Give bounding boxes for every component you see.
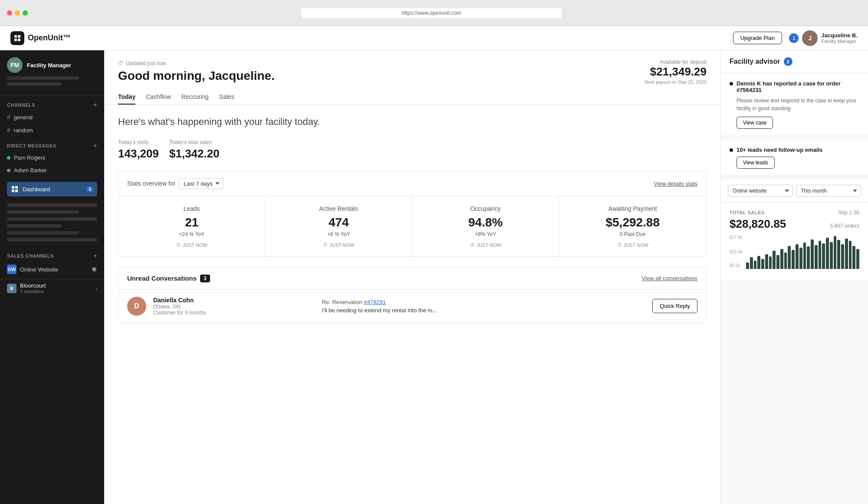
notification-badge[interactable]: 1 xyxy=(789,33,799,43)
sales-channels-label: SALES CHANNELS xyxy=(7,253,54,259)
advisor-header: Facility advisor 2 xyxy=(721,50,868,73)
minimize-dot[interactable] xyxy=(15,10,20,16)
bar-chart xyxy=(746,234,859,269)
reservation-link[interactable]: #478291 xyxy=(364,299,386,305)
view-all-conversations-link[interactable]: View all conversations xyxy=(642,275,697,281)
stats-card-header: Stats overview for Last 7 days View deta… xyxy=(118,171,706,196)
bar xyxy=(754,261,757,269)
conversation-customer: Customer for 9 months xyxy=(153,310,315,316)
rentals-value: 474 xyxy=(274,216,404,229)
add-dm-button[interactable]: + xyxy=(93,142,97,150)
bar xyxy=(849,241,852,269)
stats-period-select[interactable]: Last 7 days xyxy=(179,178,224,189)
tab-today[interactable]: Today xyxy=(118,90,135,105)
close-dot[interactable] xyxy=(7,10,12,16)
dm-section: DIRECT MESSAGES + xyxy=(0,137,104,151)
maximize-dot[interactable] xyxy=(23,10,28,16)
sidebar-user-area: FM Facility Manager xyxy=(0,50,104,96)
view-leads-button[interactable]: View leads xyxy=(736,157,775,169)
advisor-item-title: Dennis K has reported a case for order #… xyxy=(736,80,859,93)
occupancy-label: Occupancy xyxy=(421,205,550,212)
visits-value: 143,209 xyxy=(118,147,159,160)
clock-icon: ⏱ xyxy=(118,60,123,66)
sidebar-item-dashboard[interactable]: Dashboard 5 xyxy=(7,182,97,196)
channel-random-label: random xyxy=(14,127,33,134)
user-area: 1 J Jacqueline B. Facility Manager xyxy=(789,30,858,46)
sales-label: Today's total sales xyxy=(169,139,220,145)
add-sales-channel-button[interactable]: + xyxy=(93,252,97,260)
sidebar-user: FM Facility Manager xyxy=(7,57,97,73)
sidebar-item-pam[interactable]: Pam Rogers xyxy=(0,151,104,164)
view-case-button[interactable]: View case xyxy=(736,117,773,129)
svg-rect-1 xyxy=(18,35,20,38)
bar xyxy=(852,246,855,269)
main-content: ⏱ Updated just now Good morning, Jacquel… xyxy=(104,50,720,504)
payment-change: 0 Past Due xyxy=(568,231,698,237)
skeleton-line xyxy=(7,82,61,86)
bar xyxy=(834,236,837,269)
sidebar-item-adam[interactable]: Adam Barker xyxy=(0,164,104,177)
skeleton-line xyxy=(7,76,79,80)
conversation-preview: I'll be needing to extend my rental into… xyxy=(322,307,645,314)
bar xyxy=(826,238,829,269)
bar xyxy=(841,244,844,269)
svg-rect-0 xyxy=(14,35,17,38)
metric-visits: Today's visits 143,209 xyxy=(118,139,159,160)
dashboard-badge: 5 xyxy=(86,187,94,192)
online-website-icon: OW xyxy=(7,265,16,274)
channels-header: CHANNELS + xyxy=(7,101,97,109)
app-header: OpenUnit™ Upgrade Plan 1 J Jacqueline B.… xyxy=(0,26,868,50)
stat-active-rentals: Active Rentals 474 +8 % YoY ⏱ JUST NOW xyxy=(266,196,413,256)
avatar: J xyxy=(802,30,818,46)
website-filter-select[interactable]: Online website xyxy=(728,185,793,197)
tab-cashflow[interactable]: Cashflow xyxy=(146,90,171,105)
tab-reccuring[interactable]: Reccuring xyxy=(181,90,209,105)
occupancy-time: ⏱ JUST NOW xyxy=(421,242,550,248)
view-details-link[interactable]: View details stats xyxy=(654,180,697,187)
svg-point-8 xyxy=(92,267,96,272)
collapse-icon[interactable]: ‹ xyxy=(95,285,97,291)
bar xyxy=(757,256,760,269)
rentals-label: Active Rentals xyxy=(274,205,404,212)
y-label-mid: $16.5k xyxy=(730,249,743,254)
sales-value: $1,342.20 xyxy=(169,147,220,160)
conversation-info: Daniella Cohn Ottawa, ON Customer for 9 … xyxy=(153,297,315,316)
mac-dots xyxy=(7,10,28,16)
leads-time: ⏱ JUST NOW xyxy=(127,242,256,248)
sidebar-item-general[interactable]: # general xyxy=(0,111,104,124)
deposit-area: Available for deposit $21,349.29 Next pa… xyxy=(645,59,707,85)
sales-channels-section: SALES CHANNELS + xyxy=(0,247,104,262)
quick-reply-button[interactable]: Quick Reply xyxy=(652,299,697,313)
sidebar-item-random[interactable]: # random xyxy=(0,124,104,137)
y-label-low: $5.5k xyxy=(730,263,743,268)
stat-occupancy: Occupancy 94.8% +8% YoY ⏱ JUST NOW xyxy=(412,196,559,256)
sidebar-item-bloorcourt[interactable]: B Bloorcourt 7 members ‹ xyxy=(0,279,104,297)
period-filter-select[interactable]: This month xyxy=(796,185,861,197)
add-channel-button[interactable]: + xyxy=(93,101,97,109)
advisor-dot-2 xyxy=(730,148,733,152)
leads-label: Leads xyxy=(127,205,256,212)
app-logo: OpenUnit™ xyxy=(10,31,71,45)
upgrade-plan-button[interactable]: Upgrade Plan xyxy=(733,32,783,44)
conversations-card: Unread Conversations 3 View all conversa… xyxy=(118,267,707,323)
occupancy-change: +8% YoY xyxy=(421,231,550,237)
stats-grid: Leads 21 +24 % YoY ⏱ JUST NOW Active xyxy=(118,196,706,256)
metric-sales: Today's total sales $1,342.20 xyxy=(169,139,220,160)
address-bar[interactable]: https://www.openunit.com xyxy=(301,8,562,18)
dm-pam-label: Pam Rogers xyxy=(14,154,45,161)
bar xyxy=(837,240,840,269)
bar xyxy=(773,251,776,269)
channel-hash-icon: # xyxy=(7,127,10,134)
bar xyxy=(776,255,779,269)
metrics-row: Today's visits 143,209 Today's total sal… xyxy=(118,139,707,160)
user-role: Facility Manager xyxy=(821,39,858,44)
conversation-subject: Re: Reservation #478291 xyxy=(322,299,645,305)
y-label-high: $27.5k xyxy=(730,235,743,240)
total-sales-amount: $28,820.85 xyxy=(730,217,786,231)
bar xyxy=(750,257,753,269)
bar xyxy=(807,246,810,269)
bar xyxy=(780,249,783,269)
sidebar-item-online-website[interactable]: OW Online Website xyxy=(0,262,104,277)
tab-sales[interactable]: Sales xyxy=(219,90,234,105)
dm-adam-label: Adam Barker xyxy=(14,167,47,173)
